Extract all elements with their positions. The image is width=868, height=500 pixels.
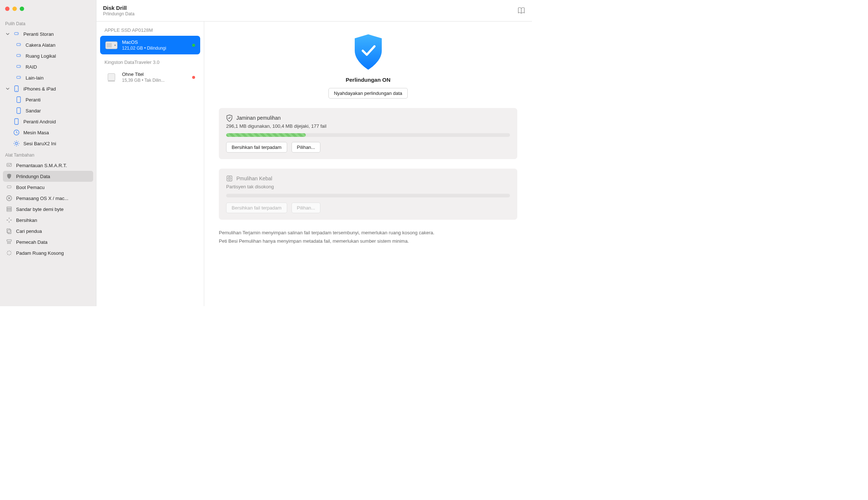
options-button[interactable]: Pilihan... (292, 142, 321, 153)
phone-icon (13, 85, 20, 92)
sidebar-item-dock[interactable]: Sandar (3, 105, 93, 116)
sidebar-item-disk-utility[interactable]: Cakera Alatan (3, 39, 93, 50)
app-subtitle: Prlindungn Data (103, 11, 517, 16)
svg-rect-21 (7, 208, 11, 210)
drive-icon (15, 53, 22, 59)
sidebar-item-logical-volume[interactable]: Ruang Logikal (3, 50, 93, 61)
svg-rect-23 (7, 229, 10, 233)
help-book-icon[interactable] (517, 7, 525, 15)
sidebar-label: Peranti (26, 97, 41, 103)
close-window-button[interactable] (5, 7, 9, 11)
svg-point-1 (18, 33, 18, 34)
burst-icon (6, 250, 12, 256)
phone-icon (15, 96, 22, 103)
sidebar-label: Boot Pemacu (16, 185, 45, 190)
external-drive-icon (105, 73, 118, 82)
sidebar-label: Pemantauan S.M.A.R.T. (16, 163, 67, 168)
gear-icon (13, 140, 20, 147)
drive-icon (13, 31, 20, 37)
sidebar-item-iphones[interactable]: iPhones & iPad (3, 83, 93, 94)
guaranteed-recovery-card: Jaminan pemulihan 296,1 MB digunakan, 10… (219, 108, 517, 159)
sidebar-item-sessions[interactable]: Sesi BaruX2 Ini (3, 138, 93, 149)
sidebar-item-android[interactable]: Peranti Android (3, 116, 93, 127)
status-dot-unprotected (192, 76, 195, 79)
copy-icon (6, 228, 12, 234)
sidebar-item-other[interactable]: Lain-lain (3, 72, 93, 83)
sidebar-label: Bersihkan (16, 218, 37, 223)
card-title: Jaminan pemulihan (236, 115, 281, 121)
sidebar-label: Lain-lain (26, 75, 43, 81)
volume-item-ohne-titel[interactable]: Ohne Titel 15,39 GB • Tak Dilin... (100, 68, 200, 86)
svg-rect-28 (107, 43, 112, 47)
svg-rect-12 (17, 97, 20, 103)
chart-icon (6, 162, 12, 169)
footer-notes: Pemulihan Terjamin menyimpan salinan fai… (219, 228, 517, 246)
maximize-window-button[interactable] (20, 7, 24, 11)
sidebar-label: Sandar byte demi byte (16, 207, 64, 212)
sidebar-item-clean[interactable]: Bersihkan (3, 215, 93, 226)
stack-icon (6, 206, 12, 212)
svg-point-3 (20, 44, 20, 45)
volume-item-macos[interactable]: MacOS 121,02 GB • Dilindungi (100, 36, 200, 54)
sidebar-label: Peranti Storan (23, 31, 54, 37)
protection-status-label: Perlindungan ON (346, 77, 391, 83)
sidebar-label: Cakera Alatan (26, 42, 56, 48)
chevron-down-icon (6, 32, 9, 36)
disable-protection-button[interactable]: Nyahdayakan perlindungan data (328, 88, 408, 99)
sidebar-item-raid[interactable]: RAID (3, 61, 93, 72)
svg-point-5 (20, 55, 20, 55)
footer-note-line: Pemulihan Terjamin menyimpan salinan fai… (219, 228, 517, 237)
disk-header: APPLE SSD AP0128M (100, 26, 200, 36)
progress-fill (226, 133, 306, 137)
clean-deleted-button-disabled: Bersihkan fail terpadam (226, 203, 287, 213)
card-subtitle: 296,1 MB digunakan, 100,4 MB dijejaki, 1… (226, 123, 510, 129)
window-controls (0, 3, 96, 18)
sidebar-label: Sandar (26, 108, 41, 114)
svg-point-33 (229, 178, 230, 179)
chevron-down-icon (6, 87, 9, 91)
x-circle-icon (6, 195, 12, 201)
sparkle-icon (6, 217, 12, 223)
svg-rect-25 (7, 240, 11, 241)
sidebar-item-osx-installer[interactable]: Pemasang OS X / mac... (3, 193, 93, 204)
svg-rect-18 (7, 186, 11, 188)
sidebar-label: Prlindungn Data (16, 174, 50, 179)
shredder-icon (6, 239, 12, 245)
sidebar-label: Pemasang OS X / mac... (16, 196, 68, 201)
shield-outline-icon (226, 115, 233, 121)
svg-point-7 (20, 66, 20, 66)
svg-rect-20 (7, 207, 11, 208)
sidebar-item-time-machine[interactable]: Mesin Masa (3, 127, 93, 138)
svg-point-9 (20, 77, 20, 77)
disk-header: Kingston DataTraveler 3.0 (100, 58, 200, 68)
drive-icon (15, 74, 22, 81)
sidebar-section-extras: Alat Tambahan (0, 151, 96, 160)
sidebar-item-storage-devices[interactable]: Peranti Storan (3, 28, 93, 39)
vault-icon (226, 175, 233, 182)
clock-icon (13, 129, 20, 136)
app-title: Disk Drill (103, 5, 517, 11)
card-subtitle: Partisyen tak disokong (226, 184, 510, 189)
volume-list-panel: APPLE SSD AP0128M MacOS 121,02 GB • Dili… (96, 22, 204, 306)
sidebar-label: iPhones & iPad (23, 86, 56, 92)
sidebar-item-device[interactable]: Peranti (3, 94, 93, 105)
status-dot-protected (192, 44, 195, 47)
sidebar-label: Pemecah Data (16, 239, 47, 245)
sidebar-item-boot-drive[interactable]: Boot Pemacu (3, 182, 93, 193)
sidebar-item-byte-backup[interactable]: Sandar byte demi byte (3, 204, 93, 215)
sidebar: Pulih Data Peranti Storan Cakera Alatan … (0, 0, 96, 306)
sidebar-label: Sesi BaruX2 Ini (23, 141, 56, 146)
sidebar-item-data-shredder[interactable]: Pemecah Data (3, 236, 93, 247)
sidebar-section-recover: Pulih Data (0, 20, 96, 28)
sidebar-item-find-dupes[interactable]: Cari pendua (3, 226, 93, 236)
sidebar-item-smart[interactable]: Pemantauan S.M.A.R.T. (3, 160, 93, 171)
minimize-window-button[interactable] (12, 7, 17, 11)
card-title: Pmulihan Kebal (236, 176, 272, 181)
sidebar-item-data-protection[interactable]: Prlindungn Data (3, 171, 93, 182)
drive-icon (15, 64, 22, 70)
svg-rect-29 (108, 73, 115, 80)
svg-point-16 (15, 142, 18, 145)
main-content: Perlindungan ON Nyahdayakan perlindungan… (204, 22, 532, 306)
sidebar-item-erase-free[interactable]: Padam Ruang Kosong (3, 247, 93, 258)
clean-deleted-button[interactable]: Bersihkan fail terpadam (226, 142, 287, 153)
